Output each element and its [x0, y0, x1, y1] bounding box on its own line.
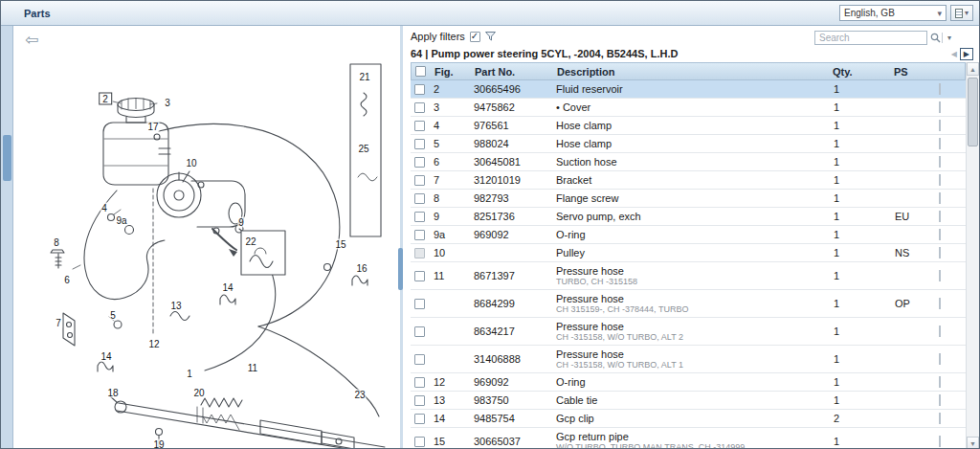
row-checkbox[interactable]: [414, 437, 425, 447]
diagram-callout-15[interactable]: 15: [334, 239, 346, 250]
note-icon[interactable]: [939, 101, 941, 113]
diagram-callout-9a[interactable]: 9a: [115, 215, 127, 226]
diagram-callout-3[interactable]: 3: [164, 98, 171, 108]
select-all-checkbox[interactable]: ✓: [415, 66, 426, 77]
row-checkbox[interactable]: [414, 212, 425, 222]
diagram-callout-22[interactable]: 22: [244, 236, 256, 247]
row-checkbox[interactable]: [414, 84, 425, 95]
table-row[interactable]: 14 9485754 Gcp clip 2: [411, 410, 966, 428]
table-row[interactable]: 9 8251736 Servo pump, exch 1 EU: [411, 208, 966, 226]
note-icon[interactable]: [939, 247, 941, 258]
catalog-menu-button[interactable]: ▾: [950, 5, 973, 21]
note-icon[interactable]: [939, 326, 941, 337]
row-checkbox[interactable]: [414, 139, 425, 149]
diagram-callout-23[interactable]: 23: [353, 390, 366, 400]
diagram-callout-6[interactable]: 6: [63, 275, 71, 285]
table-row[interactable]: 5 988024 Hose clamp 1: [411, 135, 966, 153]
note-icon[interactable]: [939, 413, 941, 424]
table-row[interactable]: 8634217 Pressure hose CH -315158, W/O TU…: [411, 318, 966, 346]
row-part-no: 31201019: [472, 174, 554, 186]
diagram-callout-5[interactable]: 5: [109, 310, 117, 321]
note-icon[interactable]: [939, 174, 941, 186]
diagram-callout-7[interactable]: 7: [55, 318, 62, 328]
diagram-panel: ⇦ 23171049a98221516657131414121182011192…: [13, 26, 403, 449]
vertical-scrollbar[interactable]: ▲ ▼: [966, 62, 979, 449]
row-checkbox[interactable]: [414, 377, 425, 388]
row-checkbox[interactable]: [414, 248, 425, 258]
row-checkbox[interactable]: [414, 102, 425, 113]
next-page-icon[interactable]: ▶: [960, 48, 973, 60]
note-icon[interactable]: [939, 376, 941, 388]
diagram-callout-21[interactable]: 21: [358, 72, 370, 82]
note-icon[interactable]: [939, 83, 941, 95]
row-checkbox[interactable]: [414, 193, 425, 204]
scrollbar-thumb[interactable]: [968, 78, 978, 146]
scroll-up-icon[interactable]: ▲: [967, 62, 979, 76]
table-row[interactable]: 8 982793 Flange screw 1: [411, 190, 966, 208]
note-icon[interactable]: [939, 120, 941, 131]
rail-drag-handle[interactable]: [3, 135, 11, 181]
note-icon[interactable]: [939, 270, 941, 281]
note-icon[interactable]: [939, 229, 941, 240]
table-row[interactable]: 31406888 Pressure hose CH -315158, W/O T…: [411, 346, 966, 373]
row-checkbox[interactable]: [414, 395, 425, 406]
previous-page-icon[interactable]: ◀: [951, 50, 957, 58]
diagram-callout-20[interactable]: 20: [192, 388, 205, 398]
scroll-down-icon[interactable]: ▼: [967, 437, 979, 449]
diagram-callout-17[interactable]: 17: [146, 122, 159, 132]
diagram-callout-12[interactable]: 12: [147, 339, 160, 349]
row-checkbox[interactable]: [414, 175, 425, 186]
diagram-callout-25[interactable]: 25: [357, 144, 369, 154]
left-collapse-rail[interactable]: [1, 26, 13, 449]
table-row[interactable]: 8684299 Pressure hose CH 315159-, CH -37…: [411, 290, 966, 318]
search-input[interactable]: [814, 31, 927, 45]
note-icon[interactable]: [939, 394, 941, 406]
diagram-callout-1[interactable]: 1: [186, 369, 193, 379]
apply-filters-checkbox[interactable]: ✓: [470, 32, 480, 42]
diagram-callout-8[interactable]: 8: [53, 237, 60, 248]
table-row[interactable]: 10 Pulley 1 NS: [411, 244, 966, 262]
table-row[interactable]: 2 30665496 Fluid reservoir 1: [411, 80, 966, 99]
back-arrow-icon[interactable]: ⇦: [25, 32, 38, 48]
diagram-callout-19[interactable]: 19: [152, 439, 165, 449]
note-icon[interactable]: [939, 192, 941, 204]
language-select[interactable]: English, GB ▾: [839, 5, 947, 21]
table-row[interactable]: 6 30645081 Suction hose 1: [411, 153, 966, 171]
table-row[interactable]: 4 976561 Hose clamp 1: [411, 117, 966, 135]
search-icon[interactable]: [928, 31, 942, 45]
diagram-callout-13[interactable]: 13: [169, 301, 182, 311]
note-icon[interactable]: [939, 211, 941, 222]
row-checkbox[interactable]: [414, 354, 425, 365]
diagram-callout-14[interactable]: 14: [100, 351, 112, 362]
row-checkbox[interactable]: [414, 414, 425, 424]
diagram-callout-14[interactable]: 14: [221, 282, 234, 293]
note-icon[interactable]: [939, 138, 941, 149]
diagram-callout-16[interactable]: 16: [355, 263, 368, 274]
note-icon[interactable]: [939, 353, 941, 365]
note-icon[interactable]: [939, 436, 941, 447]
table-row[interactable]: 12 969092 O-ring 1: [411, 373, 966, 392]
row-checkbox[interactable]: [414, 230, 425, 240]
search-options-caret-icon[interactable]: ▾: [943, 31, 956, 45]
diagram-callout-2[interactable]: 2: [99, 93, 112, 105]
table-row[interactable]: 7 31201019 Bracket 1: [411, 171, 966, 190]
diagram-callout-9[interactable]: 9: [237, 217, 245, 228]
diagram-callout-4[interactable]: 4: [100, 203, 108, 213]
table-row[interactable]: 3 9475862 • Cover 1: [411, 99, 966, 117]
table-row[interactable]: 15 30665037 Gcp return pipe W/O TURBO, T…: [411, 428, 966, 449]
row-checkbox[interactable]: [414, 326, 425, 337]
row-checkbox[interactable]: [414, 271, 425, 281]
row-checkbox[interactable]: [414, 157, 425, 168]
table-row[interactable]: 9a 969092 O-ring 1: [411, 226, 966, 244]
note-icon[interactable]: [939, 156, 941, 168]
table-row[interactable]: 13 983750 Cable tie 1: [411, 392, 966, 410]
note-icon[interactable]: [939, 298, 941, 309]
diagram-callout-11[interactable]: 11: [247, 363, 258, 373]
row-checkbox[interactable]: [414, 299, 425, 309]
table-row[interactable]: 11 8671397 Pressure hose TURBO, CH -3151…: [411, 262, 966, 290]
row-checkbox[interactable]: [414, 121, 425, 131]
section-title: 64 | Pump power steering 5CYL, -2004, B5…: [411, 48, 979, 59]
filter-funnel-icon[interactable]: [485, 32, 496, 41]
diagram-callout-10[interactable]: 10: [185, 158, 197, 168]
diagram-callout-18[interactable]: 18: [106, 388, 119, 398]
